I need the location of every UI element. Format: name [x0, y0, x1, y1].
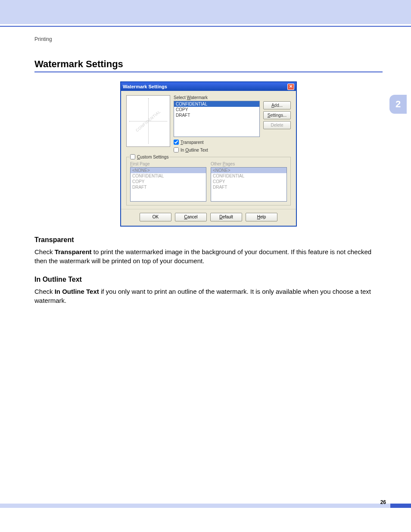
list-item: COPY: [211, 179, 286, 184]
list-item[interactable]: DRAFT: [174, 112, 259, 118]
transparent-heading: Transparent: [34, 236, 383, 244]
watermark-listbox[interactable]: CONFIDENTIAL COPY DRAFT: [174, 101, 260, 137]
header-band: [0, 0, 411, 24]
title-rule: [34, 72, 383, 72]
default-button[interactable]: Default: [210, 213, 242, 221]
add-button[interactable]: Add...: [263, 101, 291, 109]
delete-button: Delete: [263, 121, 291, 129]
first-page-label: First Page: [130, 162, 206, 166]
list-item: DRAFT: [211, 184, 286, 190]
settings-button[interactable]: Settings...: [263, 111, 291, 119]
header-rule: [0, 26, 411, 27]
chapter-number: 2: [395, 99, 401, 110]
ok-button[interactable]: OK: [140, 213, 171, 221]
page-number: 26: [380, 499, 386, 505]
help-button[interactable]: Help: [246, 213, 277, 221]
dialog-titlebar: Watermark Settings ✕: [121, 82, 296, 91]
dialog-body: CONFIDENTIAL Select Watermark CONFIDENTI…: [121, 91, 296, 209]
section-transparent: Transparent Check Transparent to print t…: [34, 236, 383, 265]
list-item: COPY: [131, 179, 206, 184]
page-title: Watermark Settings: [34, 59, 123, 70]
watermark-settings-dialog: Watermark Settings ✕ CONFIDENTIAL Select…: [121, 82, 296, 226]
custom-settings-label: Custom Settings: [137, 155, 168, 159]
cancel-button[interactable]: Cancel: [175, 213, 207, 221]
list-item: CONFIDENTIAL: [211, 173, 286, 179]
text-bold: Transparent: [55, 248, 92, 255]
transparent-checkbox-label: Transparent: [181, 140, 204, 145]
outline-checkbox-label: In Outline Text: [181, 148, 208, 152]
transparent-checkbox[interactable]: [174, 140, 179, 145]
watermark-preview: CONFIDENTIAL: [126, 95, 170, 147]
text: Check: [34, 248, 55, 255]
breadcrumb: Printing: [34, 36, 52, 42]
dialog-title-text: Watermark Settings: [123, 84, 287, 89]
text: Check: [34, 288, 55, 295]
close-icon[interactable]: ✕: [287, 84, 294, 90]
list-item: <NONE>: [131, 168, 206, 173]
first-page-listbox: <NONE> CONFIDENTIAL COPY DRAFT: [130, 167, 206, 202]
footer-rule-light: [0, 504, 390, 508]
text-bold: In Outline Text: [55, 288, 99, 295]
custom-settings-checkbox[interactable]: [130, 154, 135, 159]
chapter-tab: 2: [389, 95, 407, 114]
select-watermark-label: Select Watermark: [174, 95, 260, 100]
outline-paragraph: Check In Outline Text if you only want t…: [34, 287, 383, 305]
transparent-paragraph: Check Transparent to print the watermark…: [34, 247, 383, 265]
footer-rule-accent: [390, 504, 411, 508]
outline-heading: In Outline Text: [34, 276, 383, 283]
other-pages-label: Other Pages: [211, 162, 287, 166]
dialog-footer: OK Cancel Default Help: [121, 209, 296, 226]
list-item: CONFIDENTIAL: [131, 173, 206, 179]
section-outline: In Outline Text Check In Outline Text if…: [34, 276, 383, 305]
outline-checkbox[interactable]: [174, 147, 179, 152]
list-item: DRAFT: [131, 184, 206, 190]
custom-settings-group: Custom Settings First Page <NONE> CONFID…: [126, 157, 291, 205]
list-item[interactable]: CONFIDENTIAL: [174, 101, 259, 107]
other-pages-listbox: <NONE> CONFIDENTIAL COPY DRAFT: [211, 167, 287, 202]
list-item[interactable]: COPY: [174, 107, 259, 112]
list-item: <NONE>: [211, 168, 286, 173]
